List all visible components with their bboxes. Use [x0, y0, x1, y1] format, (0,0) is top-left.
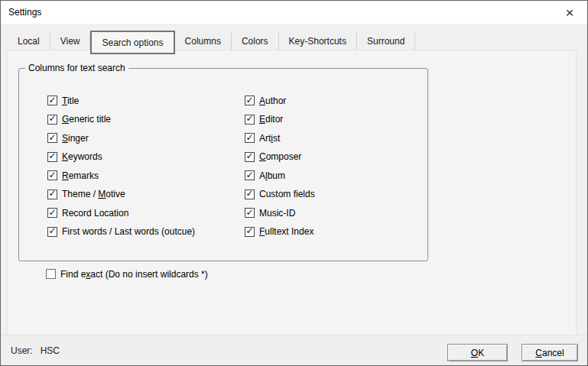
checkbox-remarks[interactable]: ✓ [47, 170, 57, 180]
checkbox-column-right: ✓Author✓Editor✓Artist✓Composer✓Album✓Cus… [245, 96, 315, 245]
tab-view[interactable]: View [50, 32, 91, 50]
checkmark-icon: ✓ [245, 189, 253, 198]
checkbox-keywords[interactable]: ✓ [47, 152, 57, 162]
tab-search-options[interactable]: Search options [90, 31, 174, 54]
checkmark-icon: ✓ [48, 226, 56, 235]
checkbox-label: Find exact (Do no insert wildcards *) [60, 269, 208, 280]
checkbox-label: Remarks [62, 170, 99, 181]
checkbox-row-theme-motive[interactable]: ✓Theme / Motive [47, 189, 195, 199]
checkbox-label: Title [62, 96, 79, 106]
checkbox-label: Generic title [62, 114, 111, 125]
checkbox-label: Record Location [62, 208, 128, 219]
checkbox-row-first-words-last-words-outcue[interactable]: ✓First words / Last words (outcue) [47, 227, 195, 237]
checkbox-row-artist[interactable]: ✓Artist [245, 133, 315, 143]
user-label: User: [1, 345, 33, 356]
checkbox-title[interactable]: ✓ [47, 96, 57, 105]
checkbox-first-words-last-words-outcue[interactable]: ✓ [47, 227, 57, 237]
checkbox-label: Theme / Motive [62, 189, 125, 199]
checkmark-icon: ✓ [245, 133, 253, 142]
checkbox-row-generic-title[interactable]: ✓Generic title [47, 115, 195, 125]
titlebar: Settings × [1, 1, 587, 24]
tab-local[interactable]: Local [8, 32, 50, 50]
checkbox-singer[interactable]: ✓ [47, 133, 57, 143]
checkmark-icon: ✓ [48, 133, 56, 142]
columns-for-text-search-group: Columns for text search ✓Title✓Generic t… [18, 68, 428, 261]
checkmark-icon: ✓ [245, 114, 253, 123]
checkmark-icon: ✓ [48, 151, 56, 160]
tab-colors[interactable]: Colors [232, 32, 279, 50]
checkmark-icon: ✓ [245, 96, 253, 105]
checkbox-label: Artist [259, 133, 280, 144]
checkbox-fulltext-index[interactable]: ✓ [245, 227, 255, 237]
checkmark-icon: ✓ [245, 151, 253, 160]
checkbox-row-find-exact[interactable]: Find exact (Do no insert wildcards *) [46, 269, 208, 279]
footer: User: HSC OK Cancel [1, 335, 587, 365]
tab-page-search-options: Columns for text search ✓Title✓Generic t… [7, 50, 577, 336]
checkbox-generic-title[interactable]: ✓ [47, 115, 57, 125]
checkbox-label: First words / Last words (outcue) [62, 226, 195, 237]
close-button[interactable]: × [552, 1, 587, 24]
checkmark-icon: ✓ [48, 208, 56, 217]
checkbox-row-title[interactable]: ✓Title [47, 96, 195, 105]
checkbox-label: Album [259, 170, 285, 181]
checkmark-icon: ✓ [245, 208, 253, 217]
checkbox-label: Fulltext Index [259, 226, 313, 237]
checkmark-icon: ✓ [48, 189, 56, 198]
checkmark-icon: ✓ [245, 226, 253, 235]
checkbox-label: Music-ID [259, 208, 295, 219]
checkbox-composer[interactable]: ✓ [245, 152, 255, 162]
checkbox-row-editor[interactable]: ✓Editor [245, 115, 315, 125]
checkbox-row-keywords[interactable]: ✓Keywords [47, 152, 195, 162]
checkbox-row-album[interactable]: ✓Album [245, 170, 315, 180]
tab-columns[interactable]: Columns [175, 32, 232, 50]
checkbox-row-custom-fields[interactable]: ✓Custom fields [245, 189, 315, 199]
checkbox-row-remarks[interactable]: ✓Remarks [47, 170, 195, 180]
checkbox-label: Editor [259, 114, 283, 125]
checkbox-row-composer[interactable]: ✓Composer [245, 152, 315, 162]
tab-key-shortcuts[interactable]: Key-Shortcuts [279, 32, 357, 50]
checkbox-label: Composer [259, 151, 301, 162]
checkbox-row-record-location[interactable]: ✓Record Location [47, 208, 195, 218]
checkbox-artist[interactable]: ✓ [245, 133, 255, 143]
tab-surround[interactable]: Surround [357, 32, 415, 50]
checkbox-label: Author [259, 96, 286, 106]
checkmark-icon: ✓ [48, 96, 56, 105]
checkbox-author[interactable]: ✓ [245, 96, 255, 105]
checkmark-icon: ✓ [245, 170, 253, 180]
checkbox-row-author[interactable]: ✓Author [245, 96, 315, 105]
checkbox-editor[interactable]: ✓ [245, 115, 255, 125]
checkmark-icon: ✓ [48, 114, 56, 123]
group-title: Columns for text search [25, 63, 128, 73]
checkbox-row-fulltext-index[interactable]: ✓Fulltext Index [245, 227, 315, 237]
tab-bar: LocalViewSearch optionsColumnsColorsKey-… [8, 32, 415, 50]
checkbox-music-id[interactable]: ✓ [245, 208, 255, 218]
close-icon: × [565, 5, 573, 20]
checkbox-album[interactable]: ✓ [245, 170, 255, 180]
checkmark-icon: ✓ [48, 170, 56, 180]
checkbox-label: Singer [62, 133, 89, 144]
checkbox-find-exact[interactable] [46, 269, 56, 279]
cancel-button[interactable]: Cancel [521, 344, 578, 361]
ok-button[interactable]: OK [447, 344, 508, 361]
checkbox-row-singer[interactable]: ✓Singer [47, 133, 195, 143]
checkbox-record-location[interactable]: ✓ [47, 208, 57, 218]
checkbox-row-music-id[interactable]: ✓Music-ID [245, 208, 315, 218]
checkbox-theme-motive[interactable]: ✓ [47, 189, 57, 199]
window-title: Settings [1, 7, 41, 18]
user-value: HSC [33, 345, 60, 356]
checkbox-label: Keywords [62, 151, 102, 162]
checkbox-custom-fields[interactable]: ✓ [245, 189, 255, 199]
checkbox-column-left: ✓Title✓Generic title✓Singer✓Keywords✓Rem… [47, 96, 195, 245]
checkbox-label: Custom fields [259, 189, 315, 199]
settings-dialog: Settings × LocalViewSearch optionsColumn… [0, 0, 588, 366]
